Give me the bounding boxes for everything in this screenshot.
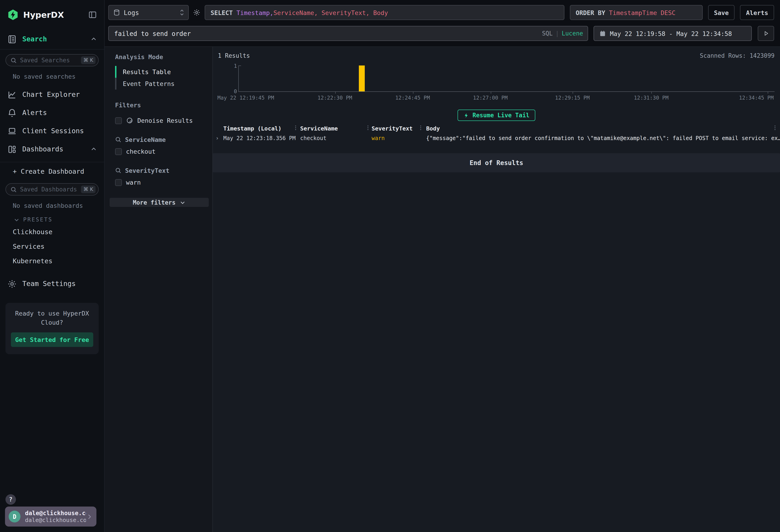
preset-services[interactable]: Services <box>0 239 104 254</box>
presets-toggle[interactable]: PRESETS <box>0 212 104 225</box>
filters-heading: Filters <box>115 101 208 109</box>
preset-clickhouse[interactable]: Clickhouse <box>0 225 104 239</box>
cloud-promo-line2: Cloud? <box>11 318 93 327</box>
denoise-filter-row: Denoise Results <box>115 117 208 124</box>
sidebar-item-dashboards[interactable]: Dashboards <box>0 140 104 158</box>
user-menu[interactable]: D dale@clickhouse.com dale@clickhouse.co… <box>5 506 96 527</box>
sidebar-item-chart-explorer[interactable]: Chart Explorer <box>0 86 104 104</box>
get-started-button[interactable]: Get Started for Free <box>11 332 93 347</box>
filters-panel: Analysis Mode Results Table Event Patter… <box>105 47 212 532</box>
x-tick-label: 12:22:30 PM <box>318 95 352 101</box>
gear-icon <box>193 9 201 16</box>
resume-live-tail-button[interactable]: Resume Live Tail <box>457 109 535 121</box>
brand-name: HyperDX <box>23 10 88 19</box>
col-body[interactable]: Body <box>426 124 780 133</box>
row-expander-icon[interactable]: › <box>213 133 223 143</box>
user-email: dale@clickhouse.com <box>25 510 86 517</box>
histogram-bar[interactable] <box>359 65 365 91</box>
filter-group-severitytext: SeverityText warn <box>115 167 208 186</box>
tab-results-table[interactable]: Results Table <box>115 66 208 78</box>
select-token-columns: ServiceName, SeverityText, Body <box>273 9 388 16</box>
sidebar-item-search[interactable]: Search <box>0 29 104 49</box>
time-range-picker[interactable]: May 22 12:19:58 - May 22 12:34:58 <box>593 26 752 41</box>
create-dashboard-button[interactable]: + Create Dashboard <box>0 162 104 179</box>
sidebar-item-label: Chart Explorer <box>22 91 97 99</box>
table-options-icon[interactable] <box>775 126 775 130</box>
alerts-button[interactable]: Alerts <box>740 5 774 20</box>
end-of-results: End of Results <box>213 153 780 172</box>
sidebar-item-alerts[interactable]: Alerts <box>0 104 104 122</box>
saved-dashboards-input[interactable] <box>20 186 81 193</box>
column-separator-icon <box>420 126 421 130</box>
search-query-box[interactable]: SQL|Lucene <box>108 26 588 41</box>
tab-label: Results Table <box>116 66 171 78</box>
results-table: Timestamp (Local) ServiceName SeverityTe… <box>213 124 780 143</box>
search-input[interactable] <box>114 30 542 37</box>
sidebar-divider <box>0 49 104 50</box>
notebook-icon <box>7 34 17 44</box>
language-lucene[interactable]: Lucene <box>562 30 583 37</box>
checkout-checkbox[interactable] <box>115 148 122 155</box>
source-settings-button[interactable] <box>193 9 201 16</box>
saved-dashboards-search[interactable]: ⌘ K <box>5 183 99 196</box>
tab-event-patterns[interactable]: Event Patterns <box>115 78 208 90</box>
order-by-input[interactable]: ORDER BY TimestampTime DESC <box>570 5 702 20</box>
select-clause-input[interactable]: SELECT Timestamp, ServiceName, SeverityT… <box>205 5 564 20</box>
denoise-checkbox[interactable] <box>115 117 122 124</box>
analysis-mode-heading: Analysis Mode <box>115 53 208 60</box>
saved-searches-search[interactable]: ⌘ K <box>5 54 99 66</box>
play-icon <box>763 31 769 36</box>
language-separator: | <box>555 30 559 37</box>
col-timestamp[interactable]: Timestamp (Local) <box>223 124 300 133</box>
database-icon <box>113 9 120 16</box>
denoise-label: Denoise Results <box>137 117 193 124</box>
col-severitytext[interactable]: SeverityText <box>372 124 426 133</box>
magnifier-icon[interactable] <box>115 167 121 174</box>
preset-kubernetes[interactable]: Kubernetes <box>0 254 104 268</box>
content: Analysis Mode Results Table Event Patter… <box>105 47 780 532</box>
source-select[interactable]: Logs <box>108 5 189 20</box>
help-button[interactable]: ? <box>5 494 16 505</box>
results-histogram: 1 0 May 22 12:19:45 PM 12:22:30 PM 12:2 <box>238 65 775 102</box>
sidebar: HyperDX Search ⌘ K No saved searches Cha… <box>0 0 105 532</box>
more-filters-button[interactable]: More filters <box>110 198 209 207</box>
col-servicename[interactable]: ServiceName <box>300 124 372 133</box>
x-tickmark <box>490 91 491 94</box>
run-query-button[interactable] <box>758 26 774 41</box>
language-toggle: SQL|Lucene <box>542 30 583 37</box>
column-separator-icon <box>368 126 369 130</box>
sidebar-collapse-button[interactable] <box>88 10 97 19</box>
chevron-up-icon <box>91 146 97 152</box>
x-tick-label: 12:27:00 PM <box>473 95 507 101</box>
filter-group-header: ServiceName <box>115 136 208 143</box>
chevron-up-icon <box>91 36 97 42</box>
x-tick-label: 12:29:15 PM <box>555 95 590 101</box>
language-sql[interactable]: SQL <box>542 30 552 37</box>
topbar-row-search: SQL|Lucene May 22 12:19:58 - May 22 12:3… <box>108 26 774 41</box>
warn-checkbox[interactable] <box>115 179 122 186</box>
sidebar-item-label: Search <box>22 35 91 43</box>
resume-live-tail-label: Resume Live Tail <box>473 112 529 119</box>
filter-option-checkout[interactable]: checkout <box>115 148 208 155</box>
presets-label: PRESETS <box>23 216 53 223</box>
magnifier-icon[interactable] <box>115 136 121 143</box>
table-row[interactable]: › May 22 12:23:18.356 PM checkout warn {… <box>213 133 780 143</box>
x-tick-label: 12:24:45 PM <box>395 95 430 101</box>
filter-group-servicename: ServiceName checkout <box>115 136 208 155</box>
results-count: 1 Results <box>218 52 250 59</box>
hatched-circle-icon <box>126 117 133 124</box>
x-tickmark <box>768 91 768 94</box>
x-tick-label: 12:34:45 PM <box>739 95 774 101</box>
x-tickmark <box>413 91 413 94</box>
column-separator-icon <box>295 126 296 130</box>
sidebar-item-label: Team Settings <box>22 280 97 288</box>
sidebar-item-team-settings[interactable]: Team Settings <box>0 275 104 293</box>
sidebar-item-client-sessions[interactable]: Client Sessions <box>0 122 104 140</box>
order-by-value: TimestampTime DESC <box>609 9 676 16</box>
bell-icon <box>7 108 17 117</box>
y-tick-label: 1 <box>232 63 237 69</box>
results-meta: 1 Results Scanned Rows: 1423099 <box>213 47 780 59</box>
save-button[interactable]: Save <box>708 5 734 20</box>
saved-searches-input[interactable] <box>20 57 81 64</box>
filter-option-warn[interactable]: warn <box>115 179 208 186</box>
